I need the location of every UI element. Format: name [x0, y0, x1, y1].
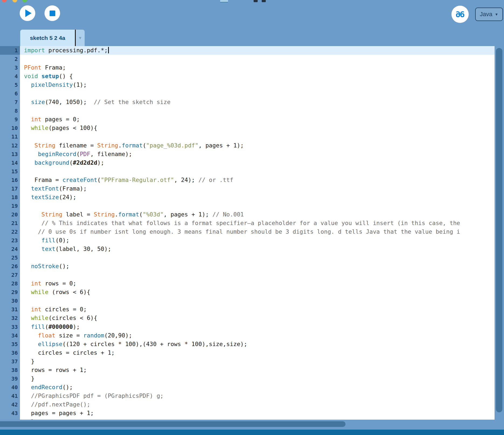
code-token: rows = 0; — [42, 280, 76, 287]
line-number: 42 — [0, 400, 18, 409]
code-token: (rows < 6){ — [49, 289, 90, 295]
line-number: 28 — [0, 279, 18, 288]
code-token — [24, 116, 31, 123]
line-number: 30 — [0, 296, 18, 305]
code-token: // 0 use 0s if number isnt long enough. … — [38, 228, 460, 235]
code-line[interactable]: fill(#000000); — [24, 323, 495, 331]
code-editor[interactable]: 1234567891011121314151617181920212223242… — [0, 46, 504, 420]
code-line[interactable]: textFont(Frama); — [24, 184, 495, 193]
code-line[interactable]: while(pages < 100){ — [24, 124, 495, 132]
code-token: while — [31, 289, 49, 295]
code-token: String — [34, 142, 56, 149]
code-line[interactable]: //pdf.nextPage(); — [24, 400, 495, 409]
code-line[interactable]: noStroke(); — [24, 262, 495, 271]
minimize-window-button[interactable] — [12, 0, 17, 2]
zoom-window-button[interactable] — [22, 0, 27, 2]
code-line[interactable]: background(#2d2d2d); — [24, 158, 495, 167]
code-line[interactable]: String filename = String.format("page_%0… — [24, 141, 495, 150]
code-line[interactable] — [24, 202, 495, 210]
stop-button[interactable] — [44, 5, 60, 21]
code-line[interactable] — [24, 296, 495, 305]
code-line[interactable]: rows = rows + 1; — [24, 366, 495, 374]
code-line[interactable]: //PGraphicsPDF pdf = (PGraphicsPDF) g; — [24, 392, 495, 400]
vertical-scrollbar[interactable] — [495, 46, 504, 420]
code-line[interactable] — [24, 132, 495, 141]
code-line[interactable] — [24, 55, 495, 63]
code-line[interactable] — [24, 89, 495, 98]
code-token: createFont — [62, 177, 97, 183]
chevron-down-icon: ▼ — [78, 36, 82, 40]
code-token — [24, 125, 31, 131]
horizontal-scrollbar[interactable] — [0, 420, 504, 430]
line-number: 10 — [0, 124, 18, 132]
code-line[interactable]: ellipse((120 + circles * 100),(430 + row… — [24, 340, 495, 348]
tab-sketch[interactable]: sketch 5 2 4a — [20, 30, 75, 46]
code-token: filename = — [56, 142, 97, 149]
code-line[interactable]: import processing.pdf.*; — [24, 46, 495, 55]
code-token: String — [42, 211, 63, 218]
horizontal-scrollbar-thumb[interactable] — [0, 421, 346, 427]
code-token: int — [31, 116, 42, 123]
code-line[interactable]: int circles = 0; — [24, 305, 495, 314]
code-line[interactable]: pixelDensity(1); — [24, 81, 495, 89]
code-token: , pages + 1); — [198, 142, 244, 149]
processing-ide-window: 66 Java ▼ sketch 5 2 4a ▼ 12345678910111… — [0, 0, 504, 435]
debug-butterfly-icon: 66 — [455, 10, 465, 19]
code-line[interactable]: float size = random(20,90); — [24, 331, 495, 340]
code-line[interactable]: } — [24, 357, 495, 366]
code-line[interactable]: } — [24, 374, 495, 383]
code-line[interactable]: String label = String.format("%03d", pag… — [24, 210, 495, 219]
code-token — [24, 237, 42, 244]
code-line[interactable]: circles = circles + 1; — [24, 348, 495, 357]
code-token — [24, 401, 31, 408]
tab-menu-button[interactable]: ▼ — [76, 30, 85, 46]
code-line[interactable]: void setup() { — [24, 72, 495, 81]
line-number: 2 — [0, 55, 18, 63]
line-number: 6 — [0, 89, 18, 98]
code-line[interactable]: while (rows < 6){ — [24, 288, 495, 296]
code-token — [24, 194, 31, 201]
code-line[interactable] — [24, 253, 495, 262]
code-token: (0); — [56, 237, 70, 244]
code-line[interactable] — [24, 167, 495, 176]
line-number: 9 — [0, 115, 18, 124]
code-line[interactable]: endRecord(); — [24, 383, 495, 392]
code-line[interactable]: pages = pages + 1; — [24, 409, 495, 417]
code-line[interactable]: size(740, 1050); // Set the sketch size — [24, 98, 495, 106]
code-text-area[interactable]: import processing.pdf.*;PFont Frama;void… — [20, 46, 495, 420]
code-line[interactable]: PFont Frama; — [24, 63, 495, 72]
code-token — [24, 211, 42, 218]
line-number: 35 — [0, 340, 18, 348]
code-line[interactable]: text(label, 30, 50); — [24, 245, 495, 253]
tab-bar: sketch 5 2 4a ▼ — [20, 30, 85, 46]
code-line[interactable]: while(circles < 6){ — [24, 314, 495, 322]
code-token: textSize — [31, 194, 59, 201]
code-token — [24, 142, 34, 149]
code-token: (24); — [59, 194, 76, 201]
code-token: } — [24, 375, 34, 382]
code-token: rows = rows + 1; — [24, 367, 87, 373]
line-number: 41 — [0, 392, 18, 400]
code-line[interactable]: Frama = createFont("PPFrama-Regular.otf"… — [24, 176, 495, 184]
code-line[interactable]: textSize(24); — [24, 193, 495, 202]
close-window-button[interactable] — [2, 0, 7, 2]
code-token — [24, 185, 31, 192]
debug-button[interactable]: 66 — [451, 6, 469, 23]
code-token: size = — [56, 332, 84, 339]
line-number: 23 — [0, 236, 18, 245]
code-line[interactable]: int rows = 0; — [24, 279, 495, 288]
code-line[interactable]: fill(0); — [24, 236, 495, 245]
line-number: 31 — [0, 305, 18, 314]
vertical-scrollbar-thumb[interactable] — [496, 48, 502, 412]
line-number: 39 — [0, 374, 18, 383]
code-line[interactable] — [24, 106, 495, 115]
mode-selector-java[interactable]: Java ▼ — [475, 8, 503, 21]
line-number: 25 — [0, 253, 18, 262]
code-line[interactable] — [24, 271, 495, 279]
code-line[interactable]: beginRecord(PDF, filename); — [24, 150, 495, 158]
code-line[interactable]: int pages = 0; — [24, 115, 495, 124]
code-line[interactable]: // 0 use 0s if number isnt long enough. … — [24, 227, 495, 236]
run-button[interactable] — [20, 5, 35, 21]
code-line[interactable]: } — [24, 417, 495, 420]
code-line[interactable]: // % This indicates that what follows is… — [24, 219, 495, 227]
